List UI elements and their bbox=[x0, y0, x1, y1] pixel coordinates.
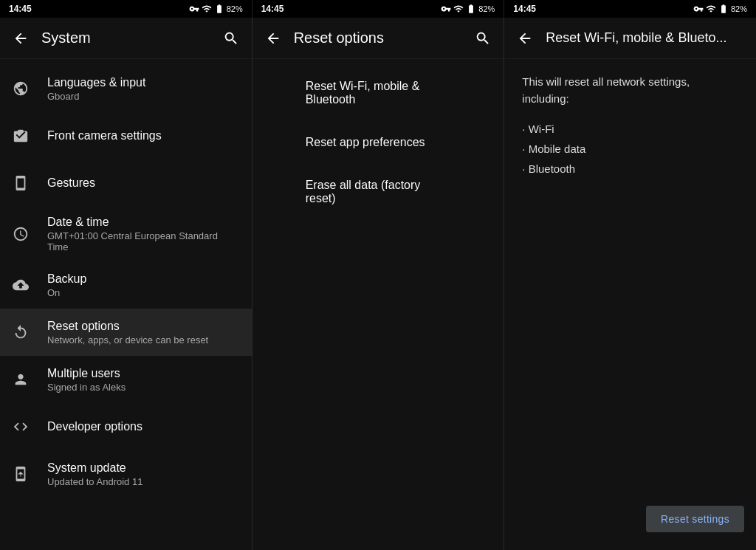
system-panel: System Languages & input Gboard bbox=[0, 18, 252, 550]
back-arrow-icon-reset[interactable] bbox=[264, 30, 282, 47]
battery-level-1: 82% bbox=[227, 4, 243, 13]
reset-settings-button[interactable]: Reset settings bbox=[646, 506, 744, 532]
settings-item-gestures[interactable]: Gestures bbox=[0, 159, 252, 207]
reset-options-panel-header: Reset options bbox=[252, 18, 504, 59]
camera-front-icon bbox=[12, 127, 30, 145]
user-icon bbox=[12, 371, 30, 388]
status-panel-1: 14:45 82% bbox=[0, 0, 252, 18]
status-time-2: 14:45 bbox=[261, 4, 284, 14]
front-camera-text: Front camera settings bbox=[47, 129, 240, 142]
system-settings-list: Languages & input Gboard Front camera se… bbox=[0, 59, 252, 550]
settings-item-front-camera[interactable]: Front camera settings bbox=[0, 112, 252, 159]
reset-icon bbox=[12, 323, 30, 341]
status-icons-3: 82% bbox=[693, 4, 747, 14]
settings-item-languages[interactable]: Languages & input Gboard bbox=[0, 65, 252, 112]
reset-option-wifi[interactable]: Reset Wi-Fi, mobile & Bluetooth bbox=[252, 65, 504, 121]
settings-item-reset-options[interactable]: Reset options Network, apps, or device c… bbox=[0, 309, 252, 356]
languages-text: Languages & input Gboard bbox=[47, 76, 240, 102]
backup-icon bbox=[12, 276, 30, 294]
clock-icon bbox=[12, 225, 30, 243]
reset-wifi-panel-title: Reset Wi-Fi, mobile & Blueto... bbox=[546, 30, 744, 46]
main-content: System Languages & input Gboard bbox=[0, 18, 756, 550]
status-panel-3: 14:45 82% bbox=[504, 0, 756, 18]
system-update-text: System update Updated to Android 11 bbox=[47, 461, 240, 487]
wifi-list-item-3: · Bluetooth bbox=[522, 159, 738, 179]
reset-wifi-detail-panel: Reset Wi-Fi, mobile & Blueto... This wil… bbox=[504, 18, 756, 550]
reset-options-list: Reset Wi-Fi, mobile & Bluetooth Reset ap… bbox=[252, 59, 504, 550]
system-update-icon bbox=[12, 465, 30, 483]
search-icon-system[interactable] bbox=[222, 30, 240, 47]
battery-level-2: 82% bbox=[478, 4, 495, 13]
settings-item-developer[interactable]: Developer options bbox=[0, 403, 252, 450]
reset-options-panel-title: Reset options bbox=[294, 30, 463, 47]
status-bar: 14:45 82% 14:45 82% 14:45 82% bbox=[0, 0, 756, 18]
status-time-1: 14:45 bbox=[9, 4, 32, 14]
globe-icon bbox=[12, 80, 30, 97]
reset-wifi-description: This will reset all network settings, in… bbox=[522, 74, 738, 107]
backup-text: Backup On bbox=[47, 272, 240, 298]
reset-option-erase-all[interactable]: Erase all data (factory reset) bbox=[252, 164, 504, 220]
status-time-3: 14:45 bbox=[513, 4, 536, 14]
system-panel-header: System bbox=[0, 18, 252, 59]
settings-item-multiple-users[interactable]: Multiple users Signed in as Aleks bbox=[0, 356, 252, 403]
back-arrow-icon-system[interactable] bbox=[12, 30, 30, 47]
settings-item-system-update[interactable]: System update Updated to Android 11 bbox=[0, 450, 252, 498]
search-icon-reset[interactable] bbox=[474, 30, 492, 47]
status-panel-2: 14:45 82% bbox=[252, 0, 505, 18]
wifi-list-item-1: · Wi-Fi bbox=[522, 119, 738, 139]
reset-options-panel: Reset options Reset Wi-Fi, mobile & Blue… bbox=[252, 18, 505, 550]
reset-wifi-list: · Wi-Fi · Mobile data · Bluetooth bbox=[522, 119, 738, 179]
reset-wifi-panel-header: Reset Wi-Fi, mobile & Blueto... bbox=[504, 18, 756, 59]
developer-options-text: Developer options bbox=[47, 420, 240, 433]
date-time-text: Date & time GMT+01:00 Central European S… bbox=[47, 216, 240, 252]
gestures-icon bbox=[12, 174, 30, 192]
status-icons-1: 82% bbox=[189, 4, 243, 14]
reset-options-text: Reset options Network, apps, or device c… bbox=[47, 320, 240, 346]
reset-option-app-prefs[interactable]: Reset app preferences bbox=[252, 121, 504, 164]
reset-wifi-detail-content: This will reset all network settings, in… bbox=[504, 59, 756, 550]
gestures-text: Gestures bbox=[47, 176, 240, 190]
settings-item-backup[interactable]: Backup On bbox=[0, 261, 252, 309]
battery-level-3: 82% bbox=[731, 4, 747, 13]
back-arrow-icon-wifi[interactable] bbox=[516, 30, 534, 47]
system-panel-title: System bbox=[41, 30, 210, 47]
developer-icon bbox=[12, 418, 30, 436]
settings-item-date-time[interactable]: Date & time GMT+01:00 Central European S… bbox=[0, 207, 252, 261]
status-icons-2: 82% bbox=[441, 4, 495, 14]
multiple-users-text: Multiple users Signed in as Aleks bbox=[47, 367, 240, 393]
wifi-list-item-2: · Mobile data bbox=[522, 139, 738, 159]
